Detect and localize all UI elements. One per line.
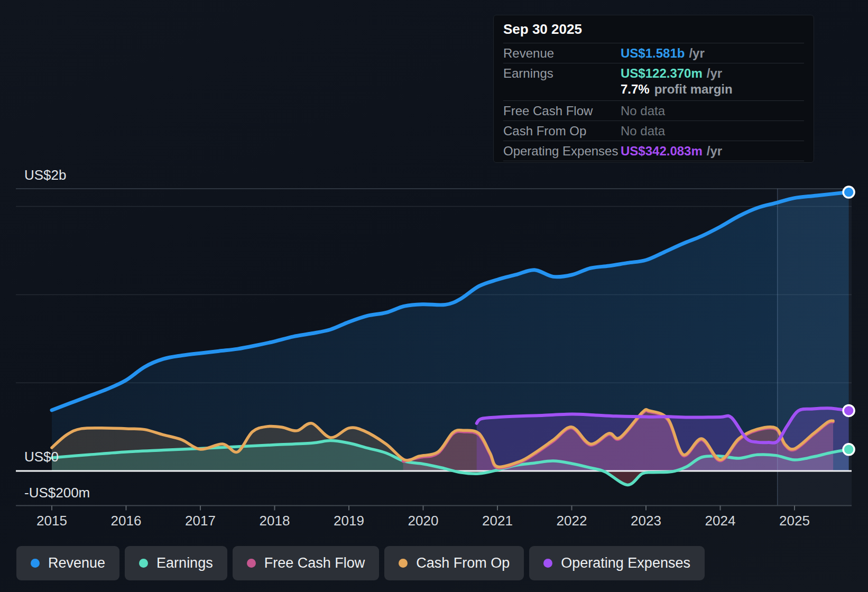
x-tick-label: 2022	[557, 514, 587, 528]
legend-label: Free Cash Flow	[264, 555, 365, 571]
tooltip-label: Operating Expenses	[503, 144, 621, 159]
legend-label: Cash From Op	[416, 555, 510, 571]
tooltip-value-suffix: /yr	[707, 66, 722, 81]
x-tick-label: 2023	[631, 514, 661, 528]
profit-margin-percent: 7.7%	[621, 82, 650, 97]
tooltip-value-fcf: No data	[621, 104, 665, 118]
legend-label: Earnings	[156, 555, 213, 571]
tooltip-row-revenue: Revenue US$1.581b /yr	[503, 43, 804, 63]
tooltip-value-revenue: US$1.581b	[621, 46, 685, 61]
earnings-dot-icon	[139, 559, 148, 568]
tooltip-row-operating-expenses: Operating Expenses US$342.083m /yr	[503, 141, 804, 161]
tooltip-value-opex: US$342.083m	[621, 144, 703, 159]
legend-item-revenue[interactable]: Revenue	[16, 546, 119, 580]
x-tick-label: 2024	[705, 514, 736, 528]
x-tick-label: 2016	[111, 514, 142, 528]
revenue-dot-icon	[31, 559, 40, 568]
x-tick-label: 2019	[334, 514, 364, 528]
operating-expenses-dot-icon	[543, 559, 552, 568]
tooltip-value-cashop: No data	[621, 124, 665, 138]
x-tick-label: 2020	[408, 514, 439, 528]
tooltip-value-earnings: US$122.370m	[621, 66, 703, 81]
legend-item-free-cash-flow[interactable]: Free Cash Flow	[233, 546, 380, 580]
tooltip-label: Earnings	[503, 66, 621, 81]
x-tick-label: 2018	[260, 514, 290, 528]
y-axis-label-zero: US$0	[24, 450, 59, 464]
tooltip-row-cash-from-op: Cash From Op No data	[503, 121, 804, 141]
x-tick-label: 2017	[185, 514, 216, 528]
x-tick-label: 2021	[482, 514, 513, 528]
cash-from-op-dot-icon	[399, 559, 408, 568]
legend-label: Operating Expenses	[561, 555, 690, 571]
y-axis-label-neg: -US$200m	[24, 486, 90, 500]
legend-item-cash-from-op[interactable]: Cash From Op	[384, 546, 524, 580]
free-cash-flow-dot-icon	[247, 559, 256, 568]
y-axis-label-top: US$2b	[24, 168, 67, 182]
tooltip-label: Free Cash Flow	[503, 104, 621, 118]
tooltip-panel: Sep 30 2025 Revenue US$1.581b /yr Earnin…	[493, 15, 814, 163]
tooltip-row-free-cash-flow: Free Cash Flow No data	[503, 101, 804, 121]
x-tick-label: 2025	[779, 514, 810, 528]
chart-legend: Revenue Earnings Free Cash Flow Cash Fro…	[16, 546, 705, 580]
tooltip-date: Sep 30 2025	[503, 15, 804, 43]
tooltip-value-suffix: /yr	[689, 46, 704, 61]
tooltip-label: Revenue	[503, 46, 621, 61]
legend-item-operating-expenses[interactable]: Operating Expenses	[529, 546, 705, 580]
profit-margin-label: profit margin	[654, 82, 733, 97]
x-tick-label: 2015	[36, 514, 67, 528]
tooltip-value-suffix: /yr	[707, 144, 722, 159]
legend-label: Revenue	[48, 555, 105, 571]
tooltip-row-earnings: Earnings US$122.370m /yr 7.7% profit mar…	[503, 63, 804, 101]
legend-item-earnings[interactable]: Earnings	[125, 546, 227, 580]
tooltip-label: Cash From Op	[503, 124, 621, 138]
